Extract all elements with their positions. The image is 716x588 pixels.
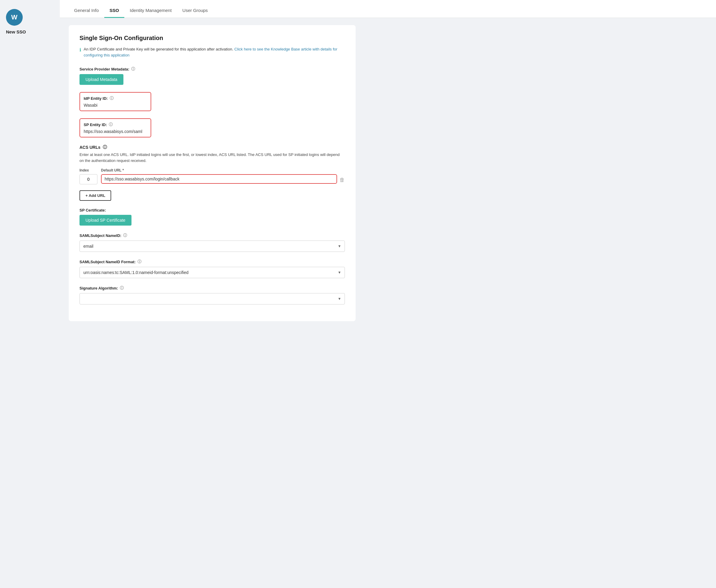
signature-algorithm-section: Signature Algorithm: ⓘ ▼ (80, 285, 345, 304)
acs-urls-section: ACS URLs ⓘ Enter at least one ACS URL. I… (80, 145, 345, 201)
sp-entity-id-label: SP Entity ID: ⓘ (84, 122, 147, 127)
index-input[interactable] (80, 174, 98, 184)
signature-algorithm-info-icon: ⓘ (120, 285, 124, 291)
sidebar: W New SSO (0, 0, 60, 588)
card-title: Single Sign-On Configuration (80, 35, 345, 42)
acs-url-row: Index Default URL * 🗑 (80, 168, 345, 184)
saml-nameid-select[interactable]: email (80, 240, 345, 252)
avatar: W (6, 9, 23, 26)
signature-algorithm-label: Signature Algorithm: ⓘ (80, 285, 345, 291)
idp-entity-id-label: IdP Entity ID: ⓘ (84, 96, 147, 101)
saml-nameid-select-wrap: email ▼ (80, 240, 345, 252)
sp-entity-id-section: SP Entity ID: ⓘ (80, 118, 345, 138)
default-url-input[interactable] (105, 176, 334, 181)
sso-config-card: Single Sign-On Configuration ℹ An IDP Ce… (69, 25, 356, 321)
saml-nameid-info-icon: ⓘ (123, 233, 127, 238)
idp-info-icon: ⓘ (110, 96, 113, 101)
acs-urls-header: ACS URLs ⓘ (80, 145, 345, 150)
signature-algorithm-select-wrap: ▼ (80, 293, 345, 304)
app-name: New SSO (6, 29, 54, 34)
saml-nameid-format-select[interactable]: urn:oasis:names:tc:SAML:1.0:nameid-forma… (80, 267, 345, 278)
saml-nameid-format-label: SAMLSubject NameID Format: ⓘ (80, 259, 345, 265)
main-content: General Info SSO Identity Management Use… (60, 0, 716, 588)
saml-nameid-format-info-icon: ⓘ (138, 259, 141, 265)
service-provider-metadata-label: Service Provider Metadata: ⓘ (80, 66, 345, 72)
acs-info-icon: ⓘ (103, 145, 107, 150)
add-url-button[interactable]: + Add URL (80, 190, 111, 201)
upload-metadata-button[interactable]: Upload Metadata (80, 74, 123, 85)
saml-nameid-label: SAMLSubject NameID: ⓘ (80, 233, 345, 238)
service-provider-metadata-section: Service Provider Metadata: ⓘ Upload Meta… (80, 66, 345, 85)
sp-info-icon: ⓘ (109, 122, 113, 127)
tab-user-groups[interactable]: User Groups (177, 8, 213, 18)
info-icon: ℹ (80, 47, 81, 54)
saml-nameid-format-section: SAMLSubject NameID Format: ⓘ urn:oasis:n… (80, 259, 345, 278)
sp-entity-id-highlighted: SP Entity ID: ⓘ (80, 118, 151, 138)
delete-url-icon[interactable]: 🗑 (339, 175, 345, 183)
default-url-label: Default URL * (101, 168, 345, 172)
info-text: An IDP Certificate and Private Key will … (84, 46, 345, 58)
info-banner: ℹ An IDP Certificate and Private Key wil… (80, 46, 345, 58)
sp-certificate-label: SP Certificate: (80, 208, 345, 212)
index-column: Index (80, 168, 98, 184)
idp-entity-id-section: IdP Entity ID: ⓘ (80, 92, 345, 111)
idp-entity-id-highlighted: IdP Entity ID: ⓘ (80, 92, 151, 111)
tab-general-info[interactable]: General Info (69, 8, 104, 18)
content-area: Single Sign-On Configuration ℹ An IDP Ce… (60, 18, 716, 328)
index-label: Index (80, 168, 98, 172)
sp-certificate-section: SP Certificate: Upload SP Certificate (80, 208, 345, 226)
signature-algorithm-select[interactable] (80, 293, 345, 304)
idp-entity-id-input[interactable] (84, 103, 147, 108)
tab-sso[interactable]: SSO (104, 8, 125, 18)
metadata-info-icon: ⓘ (131, 66, 135, 72)
upload-sp-cert-button[interactable]: Upload SP Certificate (80, 215, 131, 226)
url-input-wrap: 🗑 (101, 174, 345, 184)
saml-nameid-format-select-wrap: urn:oasis:names:tc:SAML:1.0:nameid-forma… (80, 267, 345, 278)
tab-bar: General Info SSO Identity Management Use… (60, 0, 716, 18)
acs-description: Enter at least one ACS URL. IdP initiate… (80, 152, 345, 164)
sp-entity-id-input[interactable] (84, 129, 147, 134)
default-url-highlighted (101, 174, 337, 184)
saml-nameid-section: SAMLSubject NameID: ⓘ email ▼ (80, 233, 345, 252)
url-column: Default URL * 🗑 (101, 168, 345, 184)
tab-identity-management[interactable]: Identity Management (124, 8, 177, 18)
